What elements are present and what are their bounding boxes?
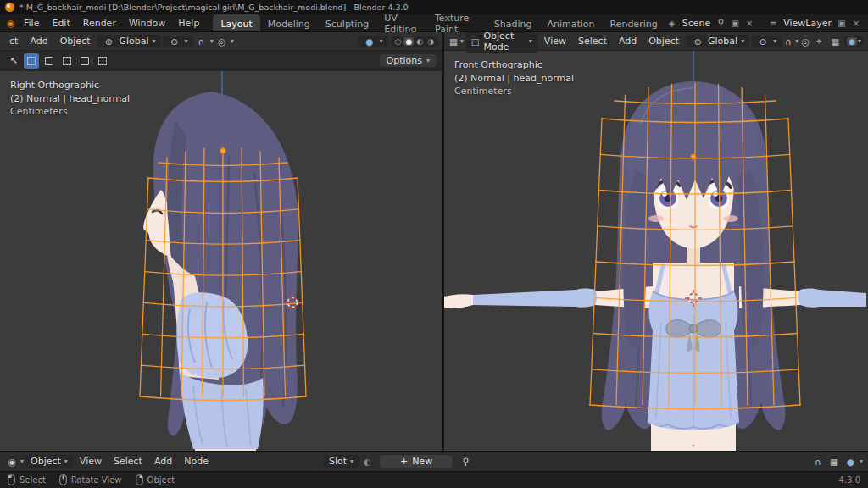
snap-magnet-icon[interactable]: ∩ xyxy=(195,36,209,47)
pivot-point-dropdown[interactable]: ⊙▾ xyxy=(751,36,782,47)
snap-dropdown-icon[interactable]: ▾ xyxy=(210,37,214,45)
snap-magnet-icon[interactable]: ∩ xyxy=(783,36,793,47)
viewport-right-canvas[interactable]: Front Orthographic (2) Normal | head_nor… xyxy=(444,51,868,451)
tab-sculpting[interactable]: Sculpting xyxy=(318,14,376,31)
viewport-left-header: ct Add Object ⊕ Global▾ ⊙▾ ∩ ▾ ◎ ▾ ●▾ xyxy=(0,32,442,51)
menu-edit[interactable]: Edit xyxy=(46,17,75,30)
character-front[interactable] xyxy=(444,81,866,451)
orientation-globe-icon: ⊕ xyxy=(103,36,116,47)
transform-orientation-dropdown[interactable]: ⊕ Global▾ xyxy=(686,35,749,47)
tab-rendering[interactable]: Rendering xyxy=(603,14,665,31)
snap-magnet-icon[interactable]: ∩ xyxy=(811,457,825,467)
workspace-tabs: Layout Modeling Sculpting UV Editing Tex… xyxy=(213,14,665,31)
select-new-icon[interactable] xyxy=(24,53,39,69)
viewport-3d-right[interactable]: ▦ ▾ □ Object Mode▾ View Select Add Objec… xyxy=(444,32,868,451)
blender-version-label: 4.3.0 xyxy=(839,475,860,485)
new-viewlayer-icon[interactable]: ▣ xyxy=(836,19,848,28)
menu-object[interactable]: Object xyxy=(643,35,684,47)
select-subtract-icon[interactable] xyxy=(59,53,75,69)
viewport-right-header-right: ⌖ ▦ ● ▾ xyxy=(812,36,864,47)
shading-dropdown-icon[interactable]: ▾ xyxy=(860,458,863,465)
snap-dropdown-icon[interactable]: ▾ xyxy=(795,37,798,45)
options-button[interactable]: Options▾ xyxy=(380,54,437,67)
front-view-scene xyxy=(444,51,866,451)
shader-header-right: ∩ ▦ ● ▾ xyxy=(811,457,863,467)
proportional-editing-icon[interactable]: ◎ xyxy=(215,36,229,47)
shader-editor-header: ◉ ▾ Object▾ View Select Add Node Slot▾ ◐… xyxy=(0,451,868,471)
object-origin-dot[interactable] xyxy=(220,148,226,154)
shading-dropdown-icon[interactable]: ▾ xyxy=(858,37,861,46)
menu-window[interactable]: Window xyxy=(123,17,171,30)
menu-view[interactable]: View xyxy=(75,455,107,468)
menu-select-clipped[interactable]: ct xyxy=(4,35,23,47)
shader-type-dropdown[interactable]: Object▾ xyxy=(25,455,73,468)
slot-dropdown[interactable]: Slot▾ xyxy=(324,455,359,468)
shading-wireframe-icon[interactable]: ○ xyxy=(393,37,403,46)
status-left-click: Select xyxy=(8,474,46,485)
remove-viewlayer-icon[interactable]: × xyxy=(850,19,862,28)
orientation-globe-icon: ⊕ xyxy=(691,36,704,47)
overlays-grid-icon[interactable]: ▦ xyxy=(827,457,841,467)
menu-node[interactable]: Node xyxy=(179,455,214,468)
shading-solid-icon[interactable]: ● xyxy=(403,37,414,46)
material-preview-icon: ◐ xyxy=(360,457,374,467)
tab-animation[interactable]: Animation xyxy=(539,14,602,31)
show-gizmo-icon[interactable]: ⌖ xyxy=(812,36,826,47)
viewport-3d-left[interactable]: ct Add Object ⊕ Global▾ ⊙▾ ∩ ▾ ◎ ▾ ●▾ xyxy=(0,32,444,451)
pin-scene-icon[interactable] xyxy=(715,18,726,28)
tab-texture-paint[interactable]: Texture Paint xyxy=(427,14,487,31)
pivot-icon: ⊙ xyxy=(168,36,181,47)
new-material-button[interactable]: + New xyxy=(379,454,453,469)
menu-help[interactable]: Help xyxy=(172,17,205,30)
pivot-point-dropdown[interactable]: ⊙▾ xyxy=(163,36,193,47)
object-origin-dot[interactable] xyxy=(691,154,697,160)
pivot-icon: ⊙ xyxy=(756,36,770,47)
select-extend-icon[interactable] xyxy=(42,53,57,69)
proportional-editing-icon[interactable]: ◎ xyxy=(800,36,810,47)
menu-add[interactable]: Add xyxy=(614,35,642,47)
menu-file[interactable]: File xyxy=(18,17,45,30)
select-intersect-icon[interactable] xyxy=(95,53,110,69)
browse-scene-icon[interactable]: ◈ xyxy=(666,19,678,28)
mouse-middle-icon xyxy=(59,474,67,485)
menu-view[interactable]: View xyxy=(539,35,571,47)
shading-preview-dropdown[interactable]: ●▾ xyxy=(358,36,388,47)
menu-select[interactable]: Select xyxy=(573,35,612,47)
show-overlays-icon[interactable]: ▦ xyxy=(828,36,842,47)
menu-add[interactable]: Add xyxy=(149,455,177,468)
shading-solid-icon[interactable]: ● xyxy=(847,37,857,46)
shading-material-icon[interactable]: ◐ xyxy=(415,37,425,46)
mode-dropdown[interactable]: □ Object Mode▾ xyxy=(465,32,537,53)
tab-uv-editing[interactable]: UV Editing xyxy=(376,14,427,31)
pin-material-icon[interactable] xyxy=(459,456,472,467)
tab-layout[interactable]: Layout xyxy=(213,14,259,31)
viewlayer-selector[interactable]: ViewLayer xyxy=(782,18,833,29)
menu-object[interactable]: Object xyxy=(55,35,96,47)
transform-orientation-dropdown[interactable]: ⊕ Global▾ xyxy=(97,35,161,47)
shading-rendered-icon[interactable]: ◑ xyxy=(426,37,436,46)
menu-select[interactable]: Select xyxy=(108,455,147,468)
proportional-dropdown-icon[interactable]: ▾ xyxy=(231,37,234,45)
node-editor-type-dropdown-icon[interactable]: ▾ xyxy=(20,458,24,465)
viewport-left-canvas[interactable]: Right Orthographic (2) Normal | head_nor… xyxy=(0,71,442,451)
new-scene-icon[interactable]: ▣ xyxy=(729,19,741,28)
menu-render[interactable]: Render xyxy=(77,17,122,30)
editor-type-dropdown-icon[interactable]: ▾ xyxy=(460,37,464,45)
blender-logo-icon xyxy=(5,3,14,12)
viewlayer-icon: ≡ xyxy=(767,19,779,28)
object-mode-icon: □ xyxy=(470,36,480,47)
scene-selector[interactable]: Scene xyxy=(681,18,713,29)
shading-sphere-icon[interactable]: ● xyxy=(843,457,857,467)
node-editor-type-icon[interactable]: ◉ xyxy=(5,457,19,467)
status-middle-click: Rotate View xyxy=(59,474,122,485)
tab-shading[interactable]: Shading xyxy=(487,14,540,31)
blender-menu-icon[interactable]: ◉ xyxy=(4,18,17,28)
menu-add[interactable]: Add xyxy=(25,35,53,47)
character-side[interactable] xyxy=(143,92,298,451)
unlink-scene-icon[interactable]: × xyxy=(743,19,755,28)
editor-type-icon[interactable]: ▦ xyxy=(448,36,459,47)
select-difference-icon[interactable] xyxy=(77,53,92,69)
active-tool-cursor-icon[interactable]: ↖ xyxy=(6,53,21,69)
tab-modeling[interactable]: Modeling xyxy=(260,14,318,31)
scene-viewlayer-group: ◈ Scene ▣ × ≡ ViewLayer ▣ × xyxy=(666,18,864,29)
